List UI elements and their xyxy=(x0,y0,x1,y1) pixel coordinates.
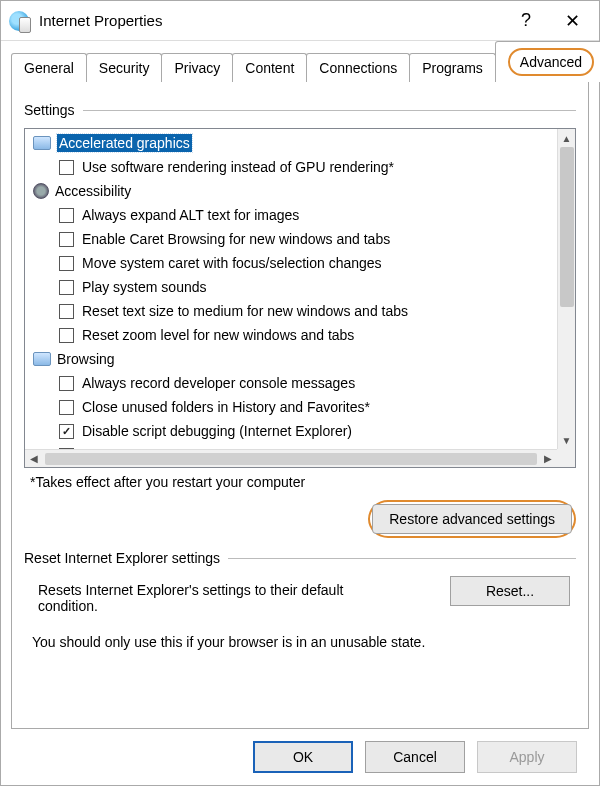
apply-button: Apply xyxy=(477,741,577,773)
internet-properties-dialog: Internet Properties ? ✕ GeneralSecurityP… xyxy=(0,0,600,786)
category-label: Browsing xyxy=(57,351,115,367)
restart-note: *Takes effect after you restart your com… xyxy=(30,474,576,490)
category-row[interactable]: Accelerated graphics xyxy=(31,131,569,155)
divider xyxy=(83,110,576,111)
scroll-left-icon[interactable]: ◀ xyxy=(25,450,43,467)
restore-row: Restore advanced settings xyxy=(24,500,576,538)
option-row[interactable]: Always expand ALT text for images xyxy=(31,203,569,227)
settings-group-header: Settings xyxy=(24,102,576,118)
internet-options-icon xyxy=(9,11,29,31)
scroll-thumb-horizontal[interactable] xyxy=(45,453,537,465)
tab-label: Privacy xyxy=(174,60,220,76)
option-label: Play system sounds xyxy=(82,279,207,295)
checkbox[interactable] xyxy=(59,208,74,223)
tab-security[interactable]: Security xyxy=(86,53,163,82)
checkbox[interactable] xyxy=(59,256,74,271)
option-row[interactable]: Disable script debugging (Internet Explo… xyxy=(31,419,569,443)
option-label: Close unused folders in History and Favo… xyxy=(82,399,370,415)
checkbox[interactable] xyxy=(59,424,74,439)
option-row[interactable]: Use software rendering instead of GPU re… xyxy=(31,155,569,179)
help-button[interactable]: ? xyxy=(503,3,549,39)
option-label: Disable script debugging (Internet Explo… xyxy=(82,423,352,439)
category-row[interactable]: Accessibility xyxy=(31,179,569,203)
reset-description: Resets Internet Explorer's settings to t… xyxy=(38,582,378,614)
reset-group-header: Reset Internet Explorer settings xyxy=(24,550,576,566)
scroll-thumb-vertical[interactable] xyxy=(560,147,574,307)
tab-label: Content xyxy=(245,60,294,76)
settings-tree[interactable]: Accelerated graphicsUse software renderi… xyxy=(24,128,576,468)
option-row[interactable]: Close unused folders in History and Favo… xyxy=(31,395,569,419)
tab-programs[interactable]: Programs xyxy=(409,53,496,82)
option-label: Always record developer console messages xyxy=(82,375,355,391)
dialog-body: GeneralSecurityPrivacyContentConnections… xyxy=(1,41,599,785)
scroll-up-icon[interactable]: ▲ xyxy=(558,129,575,147)
checkbox[interactable] xyxy=(59,280,74,295)
checkbox[interactable] xyxy=(59,160,74,175)
reset-button[interactable]: Reset... xyxy=(450,576,570,606)
reset-warning: You should only use this if your browser… xyxy=(32,634,568,650)
checkbox[interactable] xyxy=(59,400,74,415)
option-label: Reset zoom level for new windows and tab… xyxy=(82,327,354,343)
window-title: Internet Properties xyxy=(39,12,503,29)
tab-label: Advanced xyxy=(520,54,582,70)
option-row[interactable]: Always record developer console messages xyxy=(31,371,569,395)
tab-label: Connections xyxy=(319,60,397,76)
option-row[interactable]: Move system caret with focus/selection c… xyxy=(31,251,569,275)
tab-highlight: Advanced xyxy=(508,48,594,76)
cancel-button[interactable]: Cancel xyxy=(365,741,465,773)
scroll-right-icon[interactable]: ▶ xyxy=(539,450,557,467)
option-label: Move system caret with focus/selection c… xyxy=(82,255,382,271)
scroll-corner xyxy=(557,449,575,467)
restore-advanced-settings-button[interactable]: Restore advanced settings xyxy=(372,504,572,534)
tab-privacy[interactable]: Privacy xyxy=(161,53,233,82)
close-button[interactable]: ✕ xyxy=(549,3,595,39)
tab-label: Programs xyxy=(422,60,483,76)
option-label: Always expand ALT text for images xyxy=(82,207,299,223)
option-row[interactable]: Reset text size to medium for new window… xyxy=(31,299,569,323)
checkbox[interactable] xyxy=(59,232,74,247)
title-controls: ? ✕ xyxy=(503,3,595,39)
category-row[interactable]: Browsing xyxy=(31,347,569,371)
tab-label: Security xyxy=(99,60,150,76)
tab-general[interactable]: General xyxy=(11,53,87,82)
display-icon xyxy=(33,136,51,150)
gear-icon xyxy=(33,183,49,199)
tab-strip: GeneralSecurityPrivacyContentConnections… xyxy=(11,49,589,81)
restore-highlight: Restore advanced settings xyxy=(368,500,576,538)
ok-button[interactable]: OK xyxy=(253,741,353,773)
display-icon xyxy=(33,352,51,366)
dialog-button-row: OK Cancel Apply xyxy=(11,729,589,773)
reset-row: Resets Internet Explorer's settings to t… xyxy=(24,576,576,620)
option-label: Use software rendering instead of GPU re… xyxy=(82,159,394,175)
option-row[interactable]: Enable Caret Browsing for new windows an… xyxy=(31,227,569,251)
settings-tree-view: Accelerated graphicsUse software renderi… xyxy=(25,129,575,449)
horizontal-scrollbar[interactable]: ◀ ▶ xyxy=(25,449,557,467)
tab-label: General xyxy=(24,60,74,76)
tab-advanced[interactable]: Advanced xyxy=(495,41,600,82)
scroll-down-icon[interactable]: ▼ xyxy=(558,431,575,449)
category-label: Accessibility xyxy=(55,183,131,199)
checkbox[interactable] xyxy=(59,376,74,391)
checkbox[interactable] xyxy=(59,304,74,319)
tab-connections[interactable]: Connections xyxy=(306,53,410,82)
option-label: Reset text size to medium for new window… xyxy=(82,303,408,319)
advanced-tab-panel: Settings Accelerated graphicsUse softwar… xyxy=(11,81,589,729)
checkbox[interactable] xyxy=(59,328,74,343)
tab-content[interactable]: Content xyxy=(232,53,307,82)
vertical-scrollbar[interactable]: ▲ ▼ xyxy=(557,129,575,449)
option-row[interactable]: Play system sounds xyxy=(31,275,569,299)
option-label: Enable Caret Browsing for new windows an… xyxy=(82,231,390,247)
settings-label: Settings xyxy=(24,102,75,118)
divider xyxy=(228,558,576,559)
option-row[interactable]: Reset zoom level for new windows and tab… xyxy=(31,323,569,347)
reset-label: Reset Internet Explorer settings xyxy=(24,550,220,566)
title-bar: Internet Properties ? ✕ xyxy=(1,1,599,41)
category-label: Accelerated graphics xyxy=(57,134,192,152)
